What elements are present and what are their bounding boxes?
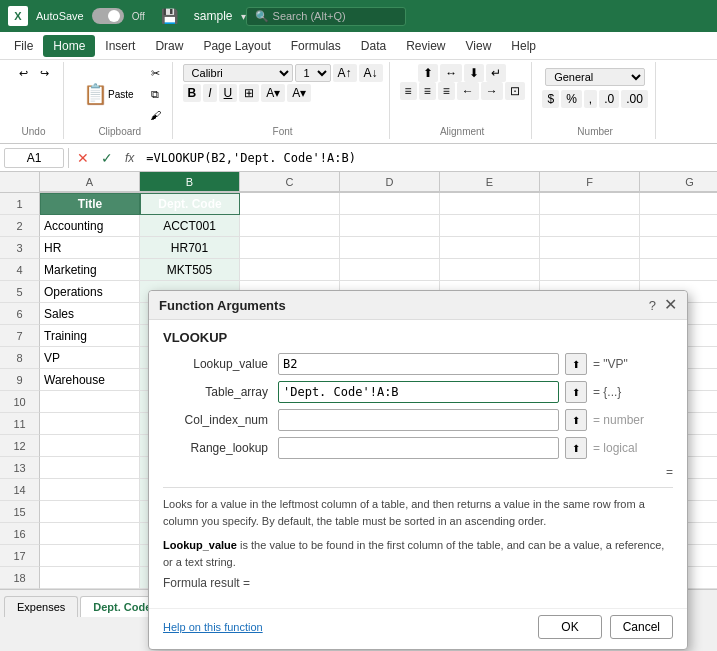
arg-input-lookup-value[interactable] — [278, 353, 559, 375]
help-link[interactable]: Help on this function — [163, 621, 263, 633]
align-left-btn[interactable]: ≡ — [400, 82, 417, 100]
empty-cell[interactable] — [240, 193, 340, 215]
arg-collapse-range-lookup[interactable]: ⬆ — [565, 437, 587, 459]
empty-cell[interactable] — [340, 215, 440, 237]
save-icon[interactable]: 💾 — [161, 8, 178, 24]
increase-font-btn[interactable]: A↑ — [333, 64, 357, 82]
col-header-e[interactable]: E — [440, 172, 540, 192]
copy-button[interactable]: ⧉ — [145, 85, 166, 104]
col-header-a[interactable]: A — [40, 172, 140, 192]
format-painter-button[interactable]: 🖌 — [145, 106, 166, 124]
arg-input-col-index[interactable] — [278, 409, 559, 431]
formula-confirm-btn[interactable]: ✓ — [97, 150, 117, 166]
cell-a7[interactable]: Training — [40, 325, 140, 347]
arg-collapse-table-array[interactable]: ⬆ — [565, 381, 587, 403]
cell-a5[interactable]: Operations — [40, 281, 140, 303]
cell-b1[interactable]: Dept. Code — [140, 193, 240, 215]
sheet-tab-expenses[interactable]: Expenses — [4, 596, 78, 617]
empty-cell[interactable] — [440, 215, 540, 237]
empty-cell[interactable] — [640, 237, 717, 259]
redo-button[interactable]: ↪ — [35, 64, 54, 83]
empty-cell[interactable] — [240, 215, 340, 237]
cell-a17[interactable] — [40, 545, 140, 567]
cancel-button[interactable]: Cancel — [610, 615, 673, 639]
cell-a6[interactable]: Sales — [40, 303, 140, 325]
cell-b3[interactable]: HR701 — [140, 237, 240, 259]
dropdown-arrow[interactable]: ▾ — [241, 11, 246, 22]
cell-b4[interactable]: MKT505 — [140, 259, 240, 281]
cell-reference-input[interactable]: A1 — [4, 148, 64, 168]
merge-btn[interactable]: ⊡ — [505, 82, 525, 100]
cell-a12[interactable] — [40, 435, 140, 457]
decrease-font-btn[interactable]: A↓ — [359, 64, 383, 82]
col-header-d[interactable]: D — [340, 172, 440, 192]
empty-cell[interactable] — [540, 215, 640, 237]
decimal-decrease-btn[interactable]: .00 — [621, 90, 648, 108]
italic-btn[interactable]: I — [203, 84, 216, 102]
align-middle-btn[interactable]: ↔ — [440, 64, 462, 82]
menu-formulas[interactable]: Formulas — [281, 35, 351, 57]
cell-a4[interactable]: Marketing — [40, 259, 140, 281]
currency-btn[interactable]: $ — [542, 90, 559, 108]
empty-cell[interactable] — [340, 193, 440, 215]
menu-data[interactable]: Data — [351, 35, 396, 57]
empty-cell[interactable] — [240, 237, 340, 259]
cell-a13[interactable] — [40, 457, 140, 479]
col-header-c[interactable]: C — [240, 172, 340, 192]
menu-insert[interactable]: Insert — [95, 35, 145, 57]
arg-input-table-array[interactable] — [278, 381, 559, 403]
number-format-select[interactable]: General — [545, 68, 645, 86]
arg-collapse-col-index[interactable]: ⬆ — [565, 409, 587, 431]
menu-page-layout[interactable]: Page Layout — [193, 35, 280, 57]
cell-b2[interactable]: ACCT001 — [140, 215, 240, 237]
cell-a16[interactable] — [40, 523, 140, 545]
ok-button[interactable]: OK — [538, 615, 601, 639]
indent-increase-btn[interactable]: → — [481, 82, 503, 100]
menu-review[interactable]: Review — [396, 35, 455, 57]
cell-a15[interactable] — [40, 501, 140, 523]
comma-btn[interactable]: , — [584, 90, 597, 108]
empty-cell[interactable] — [640, 259, 717, 281]
cell-a10[interactable] — [40, 391, 140, 413]
menu-view[interactable]: View — [456, 35, 502, 57]
cell-a9[interactable]: Warehouse — [40, 369, 140, 391]
undo-button[interactable]: ↩ — [14, 64, 33, 83]
empty-cell[interactable] — [440, 259, 540, 281]
empty-cell[interactable] — [240, 259, 340, 281]
empty-cell[interactable] — [540, 193, 640, 215]
align-right-btn[interactable]: ≡ — [438, 82, 455, 100]
autosave-toggle[interactable] — [92, 8, 124, 24]
borders-btn[interactable]: ⊞ — [239, 84, 259, 102]
wrap-text-btn[interactable]: ↵ — [486, 64, 506, 82]
paste-button[interactable]: 📋 Paste — [74, 79, 143, 109]
align-top-btn[interactable]: ⬆ — [418, 64, 438, 82]
align-center-btn[interactable]: ≡ — [419, 82, 436, 100]
function-arguments-dialog[interactable]: Function Arguments ? ✕ VLOOKUP Lookup_va… — [148, 290, 688, 650]
empty-cell[interactable] — [640, 193, 717, 215]
underline-btn[interactable]: U — [219, 84, 238, 102]
decimal-increase-btn[interactable]: .0 — [599, 90, 619, 108]
empty-cell[interactable] — [540, 259, 640, 281]
font-name-select[interactable]: Calibri — [183, 64, 293, 82]
empty-cell[interactable] — [640, 215, 717, 237]
empty-cell[interactable] — [440, 193, 540, 215]
cell-a11[interactable] — [40, 413, 140, 435]
cell-a3[interactable]: HR — [40, 237, 140, 259]
empty-cell[interactable] — [440, 237, 540, 259]
fill-color-btn[interactable]: A▾ — [261, 84, 285, 102]
cell-a14[interactable] — [40, 479, 140, 501]
formula-input[interactable] — [142, 149, 713, 167]
col-header-f[interactable]: F — [540, 172, 640, 192]
percent-btn[interactable]: % — [561, 90, 582, 108]
menu-help[interactable]: Help — [501, 35, 546, 57]
dialog-help-btn[interactable]: ? — [649, 298, 656, 313]
dialog-close-btn[interactable]: ✕ — [664, 297, 677, 313]
empty-cell[interactable] — [340, 259, 440, 281]
empty-cell[interactable] — [340, 237, 440, 259]
arg-input-range-lookup[interactable] — [278, 437, 559, 459]
menu-home[interactable]: Home — [43, 35, 95, 57]
col-header-b[interactable]: B — [140, 172, 240, 192]
search-box[interactable]: 🔍 Search (Alt+Q) — [246, 7, 406, 26]
cell-a1[interactable]: Title — [40, 193, 140, 215]
cell-a18[interactable] — [40, 567, 140, 589]
